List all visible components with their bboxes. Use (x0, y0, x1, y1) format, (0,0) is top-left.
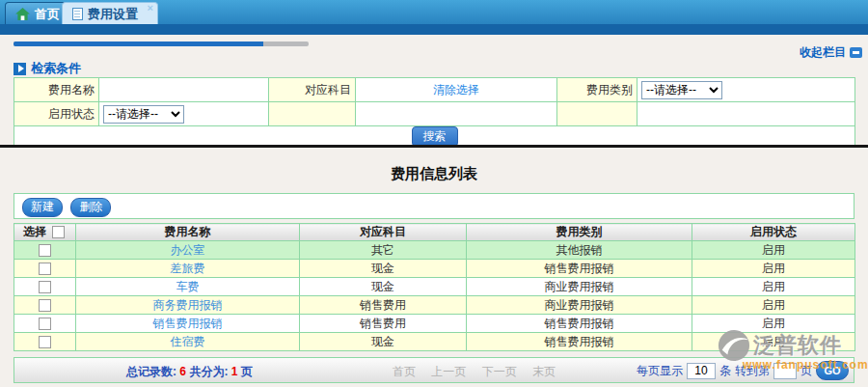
table-header-row: 选择 费用名称 对应科目 费用类别 启用状态 (14, 224, 855, 241)
list-title: 费用信息列表 (0, 165, 868, 183)
tab-close-icon[interactable]: × (148, 3, 153, 14)
pages-value: 1 (231, 365, 238, 378)
empty-cell (637, 102, 855, 126)
row-checkbox[interactable] (39, 263, 51, 275)
table-row: 销售费用报销销售费用销售费用报销启用 (14, 315, 855, 333)
clear-selection-link[interactable]: 清除选择 (360, 82, 553, 98)
table-row: 商务费用报销销售费用商业费用报销启用 (14, 296, 855, 315)
home-icon (15, 8, 30, 20)
row-checkbox[interactable] (39, 281, 51, 293)
go-button[interactable]: GO (816, 361, 849, 380)
fee-subject-cell: 销售费用 (300, 296, 467, 315)
row-checkbox[interactable] (39, 318, 51, 330)
col-category: 费用类别 (467, 224, 692, 241)
collapse-columns-label: 收起栏目 (800, 44, 846, 61)
fee-name-input[interactable] (103, 80, 264, 99)
total-value: 6 (179, 365, 186, 378)
empty-label-cell (269, 102, 356, 126)
loading-progress-bar (14, 41, 309, 46)
fee-table: 选择 费用名称 对应科目 费用类别 启用状态 办公室其它其他报销启用差旅费现金销… (14, 223, 855, 351)
table-row: 差旅费现金销售费用报销启用 (14, 260, 855, 278)
section-arrow-icon[interactable] (14, 63, 26, 75)
search-button[interactable]: 搜索 (412, 126, 458, 147)
subject-label: 对应科目 (269, 78, 356, 102)
tab-home[interactable]: 首页 (5, 2, 70, 25)
row-checkbox[interactable] (39, 299, 51, 312)
col-select: 选择 (14, 224, 76, 241)
fee-category-cell: 其他报销 (467, 241, 692, 260)
pages-label: 共分为: (189, 365, 228, 378)
row-select-cell (14, 278, 76, 296)
goto-label: 转到第 (735, 363, 770, 379)
per-page-input[interactable] (687, 363, 716, 379)
document-icon (72, 8, 83, 20)
fee-subject-cell: 现金 (300, 278, 467, 296)
goto-page-input[interactable] (773, 363, 797, 379)
last-page-link[interactable]: 末页 (532, 365, 556, 378)
delete-button[interactable]: 删除 (70, 198, 111, 217)
fee-subject-cell: 其它 (300, 241, 467, 260)
search-form: 费用名称 对应科目 清除选择 费用类别 --请选择-- 启用状态 --请选择--… (14, 77, 855, 148)
col-status: 启用状态 (692, 224, 855, 241)
tab-fee-settings[interactable]: 费用设置 × (62, 2, 158, 25)
table-toolbar: 新建 删除 (14, 193, 854, 219)
col-subject: 对应科目 (300, 224, 467, 241)
loading-progress-fill (14, 41, 263, 46)
fee-status-cell: 启用 (692, 315, 855, 333)
col-fee-name: 费用名称 (76, 224, 300, 241)
first-page-link[interactable]: 首页 (393, 365, 416, 378)
category-select[interactable]: --请选择-- (641, 81, 722, 99)
fee-category-cell: 商业费用报销 (467, 278, 692, 296)
fee-name-link[interactable]: 住宿费 (76, 333, 300, 351)
row-select-cell (14, 241, 76, 260)
fee-name-link[interactable]: 车费 (76, 278, 300, 296)
fee-category-cell: 销售费用报销 (467, 333, 692, 351)
category-label: 费用类别 (557, 78, 637, 102)
fee-status-cell: 启用 (692, 296, 855, 315)
row-checkbox[interactable] (39, 336, 51, 348)
table-row: 办公室其它其他报销启用 (14, 241, 855, 260)
prev-page-link[interactable]: 上一页 (431, 365, 466, 378)
fee-name-label: 费用名称 (14, 78, 99, 102)
select-all-checkbox[interactable] (52, 226, 65, 238)
table-row: 车费现金商业费用报销启用 (14, 278, 855, 296)
fee-status-cell: 启用 (692, 278, 855, 296)
pages-unit: 页 (241, 365, 253, 378)
fee-name-link[interactable]: 销售费用报销 (76, 315, 300, 333)
next-page-link[interactable]: 下一页 (482, 365, 517, 378)
row-select-cell (14, 260, 76, 278)
row-select-cell (14, 315, 76, 333)
tab-bar: 首页 费用设置 × (0, 0, 868, 35)
fee-table-body: 办公室其它其他报销启用差旅费现金销售费用报销启用车费现金商业费用报销启用商务费用… (14, 241, 855, 351)
pager-links: 首页 上一页 下一页 末页 (393, 364, 568, 380)
fee-subject-cell: 现金 (300, 333, 467, 351)
fee-category-cell: 商业费用报销 (467, 296, 692, 315)
tab-home-label: 首页 (35, 6, 60, 23)
status-select[interactable]: --请选择-- (103, 105, 184, 124)
goto-unit: 页 (800, 363, 812, 379)
fee-settings-page: 首页 费用设置 × 收起栏目 检索条件 费用名称 对应科目 清除选择 费用类别 … (0, 0, 868, 387)
collapse-icon (850, 47, 862, 58)
collapse-columns-link[interactable]: 收起栏目 (800, 44, 862, 61)
new-button[interactable]: 新建 (22, 198, 63, 217)
page-size-controls: 每页显示 条 转到第 页 GO (637, 361, 849, 380)
fee-status-cell: 启用 (692, 241, 855, 260)
table-row: 住宿费现金销售费用报销启用 (14, 333, 855, 351)
fee-category-cell: 销售费用报销 (467, 315, 692, 333)
section-divider (0, 145, 868, 148)
fee-status-cell: 启用 (692, 333, 855, 351)
tab-fee-settings-label: 费用设置 (88, 6, 138, 23)
status-label: 启用状态 (14, 102, 99, 126)
empty-label-cell (557, 102, 637, 126)
record-stats: 总记录数: 6 共分为: 1 页 (126, 364, 253, 380)
fee-name-link[interactable]: 差旅费 (76, 260, 300, 278)
fee-name-link[interactable]: 商务费用报销 (76, 296, 300, 315)
row-checkbox[interactable] (39, 244, 51, 257)
col-select-label: 选择 (23, 225, 46, 238)
fee-name-link[interactable]: 办公室 (76, 241, 300, 260)
pagination-bar: 总记录数: 6 共分为: 1 页 首页 上一页 下一页 末页 每页显示 条 转到… (14, 357, 854, 383)
row-select-cell (14, 296, 76, 315)
row-select-cell (14, 333, 76, 351)
per-page-unit: 条 (719, 363, 731, 379)
tab-bar-strip (0, 24, 868, 35)
